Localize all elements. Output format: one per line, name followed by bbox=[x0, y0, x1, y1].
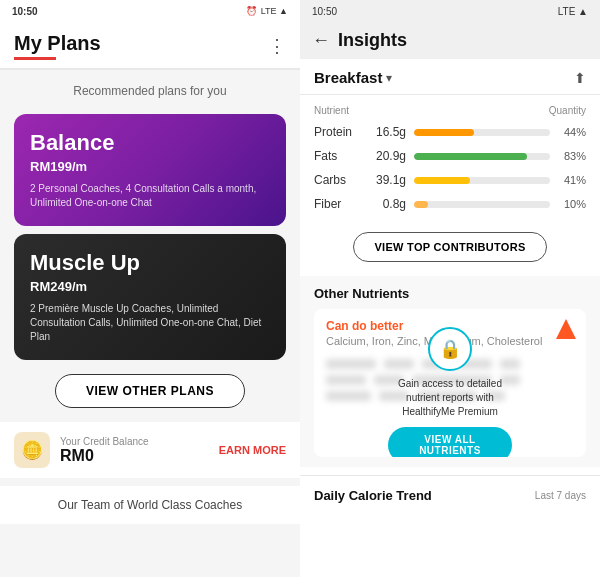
table-row: Protein 16.5g 44% bbox=[314, 120, 586, 144]
carbs-bar-container bbox=[414, 177, 550, 184]
page-title: My Plans bbox=[14, 32, 101, 55]
premium-text: Gain access to detailed nutrient reports… bbox=[388, 377, 512, 419]
right-panel: 10:50 LTE ▲ ← Insights Breakfast ▾ ⬆ Nut… bbox=[300, 0, 600, 577]
carbs-value: 39.1g bbox=[370, 173, 406, 187]
left-status-bar: 10:50 ⏰ LTE ▲ bbox=[0, 0, 300, 22]
protein-bar-container bbox=[414, 129, 550, 136]
left-header: My Plans ⋮ bbox=[0, 22, 300, 70]
muscle-plan-price: RM249/m bbox=[30, 279, 270, 294]
other-nutrients-section: Other Nutrients Can do better Calcium, I… bbox=[300, 276, 600, 467]
right-header: ← Insights bbox=[300, 22, 600, 59]
right-status-bar: 10:50 LTE ▲ bbox=[300, 0, 600, 22]
right-content: Breakfast ▾ ⬆ Nutrient Quantity Protein … bbox=[300, 59, 600, 577]
protein-value: 16.5g bbox=[370, 125, 406, 139]
credit-amount: RM0 bbox=[60, 447, 209, 465]
quantity-col-header: Quantity bbox=[546, 105, 586, 116]
daily-calorie-row[interactable]: Daily Calorie Trend Last 7 days bbox=[300, 475, 600, 515]
can-do-better-card: Can do better Calcium, Iron, Zinc, Magne… bbox=[314, 309, 586, 457]
dropdown-arrow-icon: ▾ bbox=[386, 71, 392, 85]
fats-name: Fats bbox=[314, 149, 362, 163]
carbs-bar bbox=[414, 177, 470, 184]
alarm-icon: ⏰ bbox=[246, 6, 257, 16]
fats-pct: 83% bbox=[558, 150, 586, 162]
lock-circle: 🔒 bbox=[428, 327, 472, 371]
muscle-plan-card[interactable]: Muscle Up RM249/m 2 Première Muscle Up C… bbox=[14, 234, 286, 360]
credit-bar: 🪙 Your Credit Balance RM0 EARN MORE bbox=[0, 422, 300, 478]
protein-name: Protein bbox=[314, 125, 362, 139]
other-nutrients-title: Other Nutrients bbox=[314, 286, 586, 301]
fats-bar bbox=[414, 153, 527, 160]
meal-label: Breakfast bbox=[314, 69, 382, 86]
daily-calorie-label: Daily Calorie Trend bbox=[314, 488, 432, 503]
view-other-plans-button[interactable]: VIEW OTHER PLANS bbox=[55, 374, 245, 408]
protein-bar bbox=[414, 129, 474, 136]
fiber-bar-container bbox=[414, 201, 550, 208]
credit-icon: 🪙 bbox=[14, 432, 50, 468]
table-row: Fiber 0.8g 10% bbox=[314, 192, 586, 216]
muscle-plan-name: Muscle Up bbox=[30, 250, 270, 276]
title-underline bbox=[14, 57, 84, 60]
nutrient-header: Nutrient Quantity bbox=[314, 101, 586, 120]
balance-plan-card[interactable]: Balance RM199/m 2 Personal Coaches, 4 Co… bbox=[14, 114, 286, 226]
view-all-nutrients-button[interactable]: VIEW ALL NUTRIENTS bbox=[388, 427, 512, 457]
credit-info: Your Credit Balance RM0 bbox=[60, 436, 209, 465]
right-signal: LTE ▲ bbox=[558, 6, 588, 17]
earn-more-button[interactable]: EARN MORE bbox=[219, 444, 286, 456]
protein-pct: 44% bbox=[558, 126, 586, 138]
fiber-value: 0.8g bbox=[370, 197, 406, 211]
nutrient-col-header: Nutrient bbox=[314, 105, 374, 116]
share-icon[interactable]: ⬆ bbox=[574, 70, 586, 86]
nutrient-table: Nutrient Quantity Protein 16.5g 44% Fats… bbox=[300, 95, 600, 222]
carbs-name: Carbs bbox=[314, 173, 362, 187]
fiber-name: Fiber bbox=[314, 197, 362, 211]
view-top-contributors-button[interactable]: VIEW TOP CONTRIBUTORS bbox=[353, 232, 546, 262]
credit-label: Your Credit Balance bbox=[60, 436, 209, 447]
left-content: Recommended plans for you Balance RM199/… bbox=[0, 70, 300, 577]
last-7-days-label: Last 7 days bbox=[535, 490, 586, 501]
recommended-label: Recommended plans for you bbox=[0, 70, 300, 108]
fiber-pct: 10% bbox=[558, 198, 586, 210]
lock-icon: 🔒 bbox=[439, 338, 461, 360]
balance-plan-price: RM199/m bbox=[30, 159, 270, 174]
muscle-plan-desc: 2 Première Muscle Up Coaches, Unlimited … bbox=[30, 302, 270, 344]
fats-bar-container bbox=[414, 153, 550, 160]
more-options-button[interactable]: ⋮ bbox=[268, 35, 286, 57]
fiber-bar bbox=[414, 201, 428, 208]
fats-value: 20.9g bbox=[370, 149, 406, 163]
insights-title: Insights bbox=[338, 30, 407, 51]
left-signal: LTE ▲ bbox=[261, 6, 288, 16]
balance-plan-name: Balance bbox=[30, 130, 270, 156]
premium-overlay: 🔒 Gain access to detailed nutrient repor… bbox=[388, 327, 512, 457]
carbs-pct: 41% bbox=[558, 174, 586, 186]
left-status-right: ⏰ LTE ▲ bbox=[246, 6, 288, 16]
meal-selector-row: Breakfast ▾ ⬆ bbox=[300, 59, 600, 95]
left-time: 10:50 bbox=[12, 6, 38, 17]
table-row: Fats 20.9g 83% bbox=[314, 144, 586, 168]
breakfast-left[interactable]: Breakfast ▾ bbox=[314, 69, 392, 86]
balance-plan-desc: 2 Personal Coaches, 4 Consultation Calls… bbox=[30, 182, 270, 210]
table-row: Carbs 39.1g 41% bbox=[314, 168, 586, 192]
premium-section: 🔒 Gain access to detailed nutrient repor… bbox=[326, 347, 574, 447]
coaches-label: Our Team of World Class Coaches bbox=[0, 486, 300, 524]
left-panel: 10:50 ⏰ LTE ▲ My Plans ⋮ Recommended pla… bbox=[0, 0, 300, 577]
right-time: 10:50 bbox=[312, 6, 337, 17]
back-button[interactable]: ← bbox=[312, 30, 330, 51]
